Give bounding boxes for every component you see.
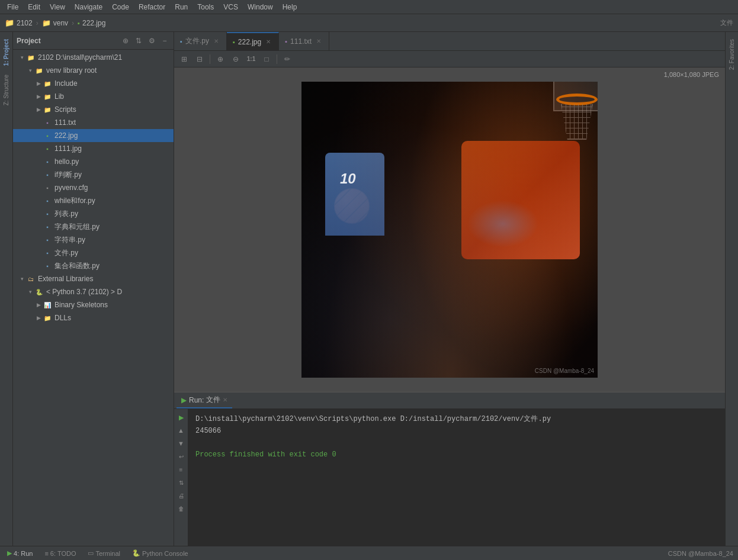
tab-222jpg-close[interactable]: ✕: [264, 38, 272, 46]
bottom-panel: ▶ Run: 文件 ✕ ▶ ▲ ▼ ↩ ≡ ⇅ 🖨: [174, 392, 725, 546]
tree-label-list: 列表.py: [54, 209, 78, 219]
project-title: Project: [17, 37, 118, 45]
menu-help[interactable]: Help: [278, 2, 302, 12]
menu-file[interactable]: File: [2, 2, 23, 12]
run-up-btn[interactable]: ▲: [175, 424, 187, 436]
tree-item-111txt[interactable]: ▶ ▪ 111.txt: [13, 116, 174, 129]
nav-todo-label: 6: TODO: [50, 550, 76, 557]
menu-edit[interactable]: Edit: [23, 2, 45, 12]
nav-run-label: 4: Run: [14, 550, 33, 557]
project-toolbar: Project ⊕ ⇅ ⚙ −: [13, 32, 174, 50]
tree-item-include[interactable]: ▶ 📁 Include: [13, 77, 174, 90]
tree-item-set[interactable]: ▶ ▪ 集合和函数.py: [13, 259, 174, 272]
tree-item-binskel[interactable]: ▶ 📊 Binary Skeletons: [13, 298, 174, 311]
img-fit-btn[interactable]: 1:1: [245, 53, 258, 66]
tab-222jpg[interactable]: ▪ 222.jpg ✕: [227, 32, 279, 51]
tree-label-pyvenv: pyvenv.cfg: [54, 184, 88, 192]
arrow-lib: ▶: [34, 92, 43, 101]
tab-111txt-close[interactable]: ✕: [315, 37, 323, 46]
arrow-dlls: ▶: [34, 314, 43, 322]
tab-filepy-label: 文件.py: [185, 36, 209, 46]
bottom-tab-run[interactable]: ▶ Run: 文件 ✕: [177, 393, 232, 408]
tree-item-1111jpg[interactable]: ▶ ▪ 1111.jpg: [13, 142, 174, 155]
sidebar-label-project[interactable]: 1: Project: [3, 34, 9, 71]
run-wrap-btn[interactable]: ↩: [175, 450, 187, 462]
img-layout-btn[interactable]: ⊟: [193, 53, 206, 66]
tree-item-222jpg[interactable]: ▶ ▪ 222.jpg: [13, 129, 174, 142]
tree-item-extlibs[interactable]: ▾ 🗂 External Libraries: [13, 272, 174, 285]
nav-todo[interactable]: ≡ 6: TODO: [42, 549, 78, 558]
bottom-nav: ▶ 4: Run ≡ 6: TODO ▭ Terminal 🐍 Python C…: [0, 546, 738, 560]
main-layout: 1: Project Z: Structure Project ⊕ ⇅ ⚙ − …: [0, 32, 738, 546]
project-minus-btn[interactable]: −: [159, 36, 170, 46]
tree-item-pyvenv[interactable]: ▶ ▪ pyvenv.cfg: [13, 181, 174, 194]
tab-111txt[interactable]: ▪ 111.txt ✕: [279, 32, 329, 51]
tree-item-venv[interactable]: ▾ 📁 venv library root: [13, 64, 174, 77]
img-zoomin-btn[interactable]: ⊕: [214, 53, 227, 66]
tree-item-file[interactable]: ▶ ▪ 文件.py: [13, 246, 174, 259]
sidebar-label-structure[interactable]: Z: Structure: [3, 72, 9, 108]
file-icon-list: ▪: [43, 209, 52, 218]
menu-view[interactable]: View: [45, 2, 70, 12]
img-grid-btn[interactable]: ⊞: [178, 53, 191, 66]
tree-label-set: 集合和函数.py: [54, 261, 100, 271]
run-sort-btn[interactable]: ⇅: [175, 477, 187, 488]
tree-item-dict[interactable]: ▶ ▪ 字典和元组.py: [13, 220, 174, 233]
tree-item-python37[interactable]: ▾ 🐍 < Python 3.7 (2102) > D: [13, 285, 174, 298]
title-icon-folder: 📁: [5, 18, 14, 27]
tree-item-ifjudge[interactable]: ▶ ▪ if判断.py: [13, 168, 174, 181]
sidebar-label-favorites[interactable]: 2: Favorites: [729, 34, 735, 75]
tree-item-whilefor[interactable]: ▶ ▪ while和for.py: [13, 194, 174, 207]
toolbar-sep-1: [210, 54, 210, 64]
menu-run[interactable]: Run: [170, 2, 192, 12]
breadcrumb-venv[interactable]: venv: [53, 19, 68, 27]
tree-label-111txt: 111.txt: [54, 118, 76, 127]
tab-bar: ▪ 文件.py ✕ ▪ 222.jpg ✕ ▪ 111.txt ✕: [174, 32, 725, 51]
nav-terminal-label: Terminal: [95, 550, 120, 557]
project-gear-btn[interactable]: ⚙: [146, 36, 157, 46]
title-bar: 📁 2102 › 📁 venv › ▪ 222.jpg 文件: [0, 14, 738, 32]
tree-label-include: Include: [54, 79, 78, 88]
breadcrumb-file[interactable]: 222.jpg: [82, 19, 105, 27]
tree-item-str[interactable]: ▶ ▪ 字符串.py: [13, 233, 174, 246]
project-globe-btn[interactable]: ⊕: [120, 36, 131, 46]
run-down-btn[interactable]: ▼: [175, 437, 187, 449]
nav-terminal-icon: ▭: [88, 549, 94, 557]
tree-label-binskel: Binary Skeletons: [54, 301, 108, 309]
menu-navigate[interactable]: Navigate: [70, 2, 107, 12]
nav-run[interactable]: ▶ 4: Run: [5, 548, 35, 558]
arrow-binskel: ▶: [34, 301, 43, 309]
img-pencil-btn[interactable]: ✏: [281, 53, 294, 66]
tab-111txt-label: 111.txt: [290, 37, 312, 46]
folder-icon-extlibs: 🗂: [26, 274, 36, 284]
menu-window[interactable]: Window: [243, 2, 278, 12]
menu-tools[interactable]: Tools: [192, 2, 219, 12]
run-filter-btn[interactable]: ≡: [175, 464, 187, 475]
project-sort-btn[interactable]: ⇅: [133, 36, 144, 46]
menu-vcs[interactable]: VCS: [219, 2, 243, 12]
tree-item-dlls[interactable]: ▶ 📁 DLLs: [13, 311, 174, 324]
menu-code[interactable]: Code: [107, 2, 134, 12]
tree-item-scripts[interactable]: ▶ 📁 Scripts: [13, 103, 174, 116]
breadcrumb-2102[interactable]: 2102: [17, 19, 33, 27]
run-trash-btn[interactable]: 🗑: [175, 503, 187, 514]
img-actual-btn[interactable]: □: [260, 53, 273, 66]
run-play-btn[interactable]: ▶: [175, 411, 187, 423]
run-icon: ▶: [181, 396, 187, 404]
tab-filepy-close[interactable]: ✕: [212, 37, 220, 46]
tree-item-2102[interactable]: ▾ 📁 2102 D:\install\pycharm\21: [13, 51, 174, 64]
nav-python-label: Python Console: [142, 550, 188, 557]
file-icon-hellopy: ▪: [43, 157, 52, 166]
tree-item-lib[interactable]: ▶ 📁 Lib: [13, 90, 174, 103]
run-print-btn[interactable]: 🖨: [175, 490, 187, 501]
img-zoomout-btn[interactable]: ⊖: [229, 53, 242, 66]
tab-filepy[interactable]: ▪ 文件.py ✕: [174, 32, 227, 51]
bottom-tab-run-close[interactable]: ✕: [223, 397, 227, 403]
nav-terminal[interactable]: ▭ Terminal: [85, 548, 123, 558]
tree-item-hellopy[interactable]: ▶ ▪ hello.py: [13, 155, 174, 168]
tree-item-list[interactable]: ▶ ▪ 列表.py: [13, 207, 174, 220]
nav-python-console[interactable]: 🐍 Python Console: [130, 548, 191, 558]
tab-222jpg-label: 222.jpg: [238, 38, 261, 46]
menu-refactor[interactable]: Refactor: [134, 2, 170, 12]
tab-111txt-icon: ▪: [285, 38, 287, 45]
